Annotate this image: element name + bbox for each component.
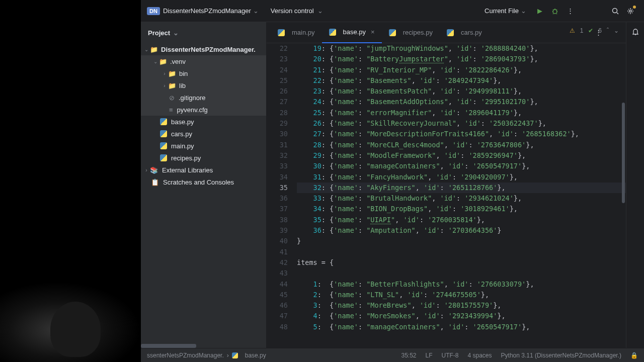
- inspection-widget[interactable]: ⚠1 ✔6 ˆ ⌄: [570, 27, 619, 34]
- run-icon[interactable]: ▶: [535, 7, 544, 16]
- editor-area: main.py base.py× recipes.py cars.py ⋮ ⚠1…: [267, 22, 626, 348]
- tab-label: cars.py: [461, 29, 482, 36]
- tree-label: External Libraries: [162, 166, 213, 174]
- svg-point-2: [629, 10, 631, 12]
- project-tree[interactable]: ⌄📁DissenterNetsPZmodManager. ⌄📁.venv ›📁b…: [141, 43, 266, 344]
- more-icon[interactable]: ⋮: [566, 7, 575, 16]
- tab-label: main.py: [292, 29, 315, 36]
- sidebar-title: Project: [148, 29, 170, 37]
- python-icon: [447, 29, 454, 36]
- interpreter[interactable]: Python 3.11 (DissenterNetsPZmodManager.): [501, 352, 621, 359]
- tab-main[interactable]: main.py: [271, 22, 322, 43]
- tree-label: cars.py: [171, 130, 192, 138]
- tree-root[interactable]: ⌄📁DissenterNetsPZmodManager.: [141, 43, 266, 55]
- code-editor[interactable]: 2223242526272829303132333435363738394041…: [267, 43, 626, 348]
- tree-lib[interactable]: ›📁lib: [141, 79, 266, 92]
- line-separator[interactable]: LF: [426, 352, 433, 359]
- tab-label: base.py: [343, 28, 366, 36]
- version-control-menu[interactable]: Version control ⌄: [271, 7, 326, 15]
- tree-cars[interactable]: cars.py: [141, 128, 266, 140]
- webcam-overlay: [0, 282, 141, 362]
- tree-gitignore[interactable]: ⊘.gitignore: [141, 92, 266, 104]
- caret-position[interactable]: 35:52: [401, 352, 416, 359]
- check-count: 6: [598, 27, 602, 34]
- project-sidebar: Project ⌄ ⌄📁DissenterNetsPZmodManager. ⌄…: [141, 22, 267, 348]
- chevron-right-icon: ›: [227, 352, 229, 359]
- tree-label: base.py: [171, 118, 194, 126]
- chevron-down-icon: ⌄: [173, 29, 179, 37]
- tree-label: main.py: [171, 142, 194, 150]
- python-icon: [160, 118, 167, 125]
- settings-icon[interactable]: [626, 7, 635, 16]
- left-blank-panel: [0, 0, 141, 362]
- notifications-column: [626, 22, 644, 348]
- breadcrumb[interactable]: ssenterNetsPZmodManager. › base.py: [147, 352, 266, 359]
- indent[interactable]: 4 spaces: [468, 352, 492, 359]
- tree-main[interactable]: main.py: [141, 140, 266, 152]
- tree-label: Scratches and Consoles: [163, 178, 234, 186]
- lock-icon[interactable]: 🔒: [630, 352, 638, 359]
- python-icon: [160, 130, 167, 137]
- tree-recipes[interactable]: recipes.py: [141, 152, 266, 164]
- warn-count: 1: [580, 27, 584, 34]
- tree-label: DissenterNetsPZmodManager.: [161, 46, 256, 53]
- tree-label: .venv: [170, 58, 186, 65]
- statusbar: ssenterNetsPZmodManager. › base.py 35:52…: [141, 348, 644, 362]
- tree-label: bin: [179, 70, 188, 77]
- tab-label: recipes.py: [403, 29, 433, 36]
- bell-icon[interactable]: [631, 27, 640, 36]
- encoding[interactable]: UTF-8: [442, 352, 459, 359]
- python-icon: [160, 154, 167, 161]
- down-icon[interactable]: ⌄: [614, 27, 619, 34]
- python-icon: [232, 352, 238, 358]
- svg-point-1: [613, 8, 617, 13]
- crumb-file: base.py: [245, 352, 266, 359]
- tree-label: .gitignore: [179, 94, 205, 102]
- tree-pyvenv[interactable]: ≡pyvenv.cfg: [141, 104, 266, 116]
- tree-external-libs[interactable]: ›📚External Libraries: [141, 164, 266, 176]
- crumb-root: ssenterNetsPZmodManager.: [147, 352, 224, 359]
- gutter: 2223242526272829303132333435363738394041…: [267, 43, 297, 348]
- tree-venv[interactable]: ⌄📁.venv: [141, 55, 266, 67]
- warning-icon: ⚠: [570, 27, 575, 34]
- python-icon: [389, 29, 396, 36]
- tree-label: recipes.py: [171, 154, 201, 162]
- python-icon: [160, 142, 167, 149]
- svg-point-0: [553, 10, 557, 14]
- python-icon: [278, 29, 285, 36]
- ide-window: DN DissenterNetsPZmodManager ⌄ Version c…: [141, 0, 644, 362]
- tab-base[interactable]: base.py×: [322, 22, 382, 43]
- tab-cars[interactable]: cars.py: [440, 22, 489, 43]
- close-icon[interactable]: ×: [371, 28, 375, 36]
- sidebar-hscroll[interactable]: [141, 344, 266, 348]
- up-icon[interactable]: ˆ: [607, 27, 609, 34]
- tree-base[interactable]: base.py: [141, 116, 266, 128]
- project-name[interactable]: DissenterNetsPZmodManager: [163, 7, 251, 15]
- topbar: DN DissenterNetsPZmodManager ⌄ Version c…: [141, 0, 644, 22]
- tree-label: lib: [179, 82, 186, 89]
- project-badge: DN: [147, 7, 160, 15]
- run-config-selector[interactable]: Current File ⌄: [485, 7, 528, 15]
- tree-label: pyvenv.cfg: [177, 106, 208, 114]
- search-icon[interactable]: [611, 7, 620, 16]
- check-icon: ✔: [588, 27, 593, 34]
- tree-bin[interactable]: ›📁bin: [141, 67, 266, 79]
- sidebar-header[interactable]: Project ⌄: [141, 22, 266, 43]
- python-icon: [329, 29, 336, 36]
- code-body[interactable]: 19: {'name': "jumpThroughWindows", 'id':…: [297, 43, 626, 348]
- vscroll-thumb[interactable]: [622, 103, 625, 203]
- tree-scratches[interactable]: 📋Scratches and Consoles: [141, 176, 266, 188]
- tab-recipes[interactable]: recipes.py: [382, 22, 440, 43]
- debug-icon[interactable]: [550, 7, 559, 16]
- chevron-down-icon: ⌄: [253, 7, 259, 15]
